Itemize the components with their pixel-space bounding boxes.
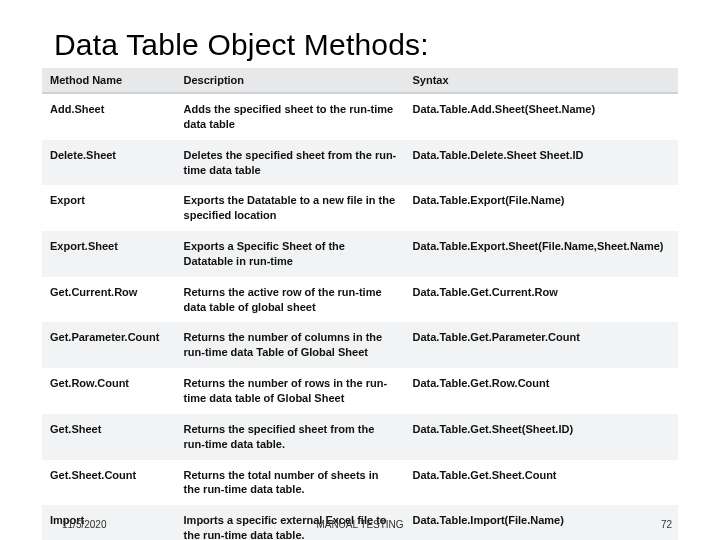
cell-description: Returns the number of columns in the run… [176, 322, 405, 368]
col-header-description: Description [176, 68, 405, 93]
cell-method-name: Export [42, 185, 176, 231]
slide-footer: 11/5/2020 MANUAL TESTING 72 [0, 514, 720, 530]
cell-description: Returns the total number of sheets in th… [176, 460, 405, 506]
cell-method-name: Get.Parameter.Count [42, 322, 176, 368]
table-row: Delete.Sheet Deletes the specified sheet… [42, 140, 678, 186]
cell-method-name: Get.Sheet.Count [42, 460, 176, 506]
cell-method-name: Add.Sheet [42, 93, 176, 140]
cell-syntax: Data.Table.Add.Sheet(Sheet.Name) [405, 93, 679, 140]
cell-description: Exports a Specific Sheet of the Datatabl… [176, 231, 405, 277]
cell-syntax: Data.Table.Get.Current.Row [405, 277, 679, 323]
slide: Data Table Object Methods: Method Name D… [0, 0, 720, 540]
table-row: Get.Sheet.Count Returns the total number… [42, 460, 678, 506]
cell-description: Returns the active row of the run-time d… [176, 277, 405, 323]
cell-description: Deletes the specified sheet from the run… [176, 140, 405, 186]
table-row: Get.Sheet Returns the specified sheet fr… [42, 414, 678, 460]
methods-table-wrap: Method Name Description Syntax Add.Sheet… [42, 68, 678, 540]
cell-syntax: Data.Table.Get.Sheet.Count [405, 460, 679, 506]
page-title: Data Table Object Methods: [54, 28, 429, 62]
cell-syntax: Data.Table.Delete.Sheet Sheet.ID [405, 140, 679, 186]
table-body: Add.Sheet Adds the specified sheet to th… [42, 93, 678, 540]
footer-page: 72 [661, 519, 672, 530]
footer-label: MANUAL TESTING [0, 519, 720, 530]
cell-description: Returns the number of rows in the run-ti… [176, 368, 405, 414]
cell-method-name: Get.Row.Count [42, 368, 176, 414]
cell-method-name: Get.Current.Row [42, 277, 176, 323]
cell-method-name: Export.Sheet [42, 231, 176, 277]
cell-description: Exports the Datatable to a new file in t… [176, 185, 405, 231]
table-row: Export.Sheet Exports a Specific Sheet of… [42, 231, 678, 277]
cell-method-name: Delete.Sheet [42, 140, 176, 186]
cell-description: Returns the specified sheet from the run… [176, 414, 405, 460]
table-row: Export Exports the Datatable to a new fi… [42, 185, 678, 231]
cell-description: Adds the specified sheet to the run-time… [176, 93, 405, 140]
cell-syntax: Data.Table.Get.Sheet(Sheet.ID) [405, 414, 679, 460]
cell-method-name: Get.Sheet [42, 414, 176, 460]
col-header-syntax: Syntax [405, 68, 679, 93]
table-header-row: Method Name Description Syntax [42, 68, 678, 93]
cell-syntax: Data.Table.Export(File.Name) [405, 185, 679, 231]
table-row: Get.Row.Count Returns the number of rows… [42, 368, 678, 414]
cell-syntax: Data.Table.Export.Sheet(File.Name,Sheet.… [405, 231, 679, 277]
table-row: Get.Current.Row Returns the active row o… [42, 277, 678, 323]
table-row: Add.Sheet Adds the specified sheet to th… [42, 93, 678, 140]
col-header-method-name: Method Name [42, 68, 176, 93]
methods-table: Method Name Description Syntax Add.Sheet… [42, 68, 678, 540]
table-row: Get.Parameter.Count Returns the number o… [42, 322, 678, 368]
cell-syntax: Data.Table.Get.Row.Count [405, 368, 679, 414]
cell-syntax: Data.Table.Get.Parameter.Count [405, 322, 679, 368]
